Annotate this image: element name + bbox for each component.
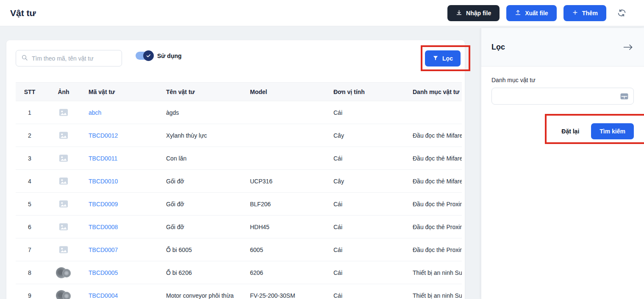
material-code-link[interactable]: TBCD0004 — [89, 292, 118, 299]
cell-name: Xylanh thủy lực — [161, 124, 245, 147]
cell-model: HDH45 — [245, 216, 328, 238]
table-row: 3 TBCD0011 Con lăn Cái Đầu đọc thẻ Mifar… — [16, 147, 462, 170]
cell-code: TBCD0005 — [83, 261, 161, 284]
table-row: 5 TBCD0009 Gối đỡ BLF206 Cái Đầu đọc thẻ… — [16, 193, 462, 216]
export-file-button[interactable]: Xuất file — [506, 5, 556, 21]
cell-model: UCP316 — [245, 170, 328, 192]
image-placeholder-icon — [59, 131, 68, 139]
table-row: 4 TBCD0010 Gối đỡ UCP316 Cây Đầu đọc thẻ… — [16, 170, 462, 193]
top-header: Vật tư Nhập file Xuất file Thêm — [0, 0, 644, 26]
cell-model — [245, 147, 328, 169]
table-row: 6 TBCD0008 Gối đỡ HDH45 Cái Đầu đọc thẻ … — [16, 216, 462, 238]
column-header: Danh mục vật tư — [408, 83, 462, 101]
cell-model — [245, 124, 328, 147]
cell-image — [44, 101, 83, 124]
download-icon — [456, 9, 462, 17]
table-grid-icon[interactable] — [620, 93, 628, 100]
import-file-button[interactable]: Nhập file — [447, 5, 500, 21]
reset-button[interactable]: Đặt lại — [554, 123, 587, 139]
table-row: 1 abch àgds Cái — [16, 101, 462, 124]
cell-image — [44, 124, 83, 147]
search-icon — [21, 54, 28, 63]
cell-code: TBCD0012 — [83, 124, 161, 147]
cell-code: TBCD0010 — [83, 170, 161, 192]
cell-category: Thiết bị an ninh Sup — [408, 261, 462, 284]
usage-toggle-label: Sử dụng — [157, 53, 182, 59]
cell-stt: 5 — [16, 193, 44, 215]
cell-name: Motor conveyor phôi thừa — [161, 284, 245, 299]
table-body: 1 abch àgds Cái 2 TBCD0012 Xylanh thủy l… — [16, 101, 462, 299]
material-code-link[interactable]: TBCD0010 — [89, 178, 118, 185]
refresh-icon[interactable] — [617, 8, 626, 17]
cell-stt: 4 — [16, 170, 44, 192]
cell-category: Thiết bị an ninh Sup — [408, 284, 462, 299]
column-header: Mã vật tư — [83, 83, 161, 101]
filter-drawer-body: Danh mục vật tư Đặt lại Tìm kiếm — [481, 66, 644, 150]
cell-code: TBCD0008 — [83, 216, 161, 238]
item-photo[interactable] — [56, 289, 71, 299]
search-submit-button[interactable]: Tìm kiếm — [591, 123, 634, 139]
material-code-link[interactable]: TBCD0008 — [89, 224, 118, 230]
cell-name: Gối đỡ — [161, 170, 245, 192]
material-code-link[interactable]: abch — [89, 109, 101, 116]
materials-panel: Sử dụng Lọc STTẢnhMã vật tưTên vật tưMod… — [6, 40, 465, 299]
column-header: Tên vật tư — [161, 83, 245, 101]
funnel-icon — [433, 55, 439, 62]
column-header: Đơn vị tính — [328, 83, 408, 101]
cell-image — [44, 238, 83, 261]
table-header: STTẢnhMã vật tưTên vật tưModelĐơn vị tín… — [16, 82, 462, 101]
reset-button-label: Đặt lại — [561, 128, 579, 135]
usage-toggle-group: Sử dụng — [136, 52, 182, 60]
filter-actions: Đặt lại Tìm kiếm — [491, 123, 634, 139]
cell-stt: 8 — [16, 261, 44, 284]
category-picker — [491, 88, 634, 105]
cell-unit: Cái — [328, 284, 408, 299]
table-row: 9 TBCD0004 Motor conveyor phôi thừa FV-2… — [16, 284, 462, 299]
image-placeholder-icon — [59, 177, 68, 185]
header-actions: Nhập file Xuất file Thêm — [447, 5, 644, 21]
add-label: Thêm — [582, 10, 598, 17]
cell-category: Đầu đọc thẻ Mifare — [408, 147, 462, 169]
cell-name: Ổ bi 6206 — [161, 261, 245, 284]
materials-table: STTẢnhMã vật tưTên vật tưModelĐơn vị tín… — [16, 82, 462, 299]
filter-button[interactable]: Lọc — [425, 50, 461, 66]
cell-image — [44, 147, 83, 169]
column-header: Model — [245, 83, 328, 101]
cell-stt: 9 — [16, 284, 44, 299]
material-code-link[interactable]: TBCD0005 — [89, 269, 118, 276]
image-placeholder-icon — [59, 200, 68, 208]
cell-category: Đầu đọc thẻ Proximi — [408, 238, 462, 261]
arrow-right-icon[interactable] — [623, 44, 633, 50]
cell-unit: Cái — [328, 147, 408, 169]
upload-icon — [515, 9, 521, 17]
filter-drawer-header: Lọc — [481, 28, 644, 66]
page-title: Vật tư — [10, 8, 36, 18]
material-code-link[interactable]: TBCD0012 — [89, 132, 118, 139]
cell-code: TBCD0007 — [83, 238, 161, 261]
item-photo[interactable] — [56, 266, 71, 280]
cell-unit: Cây — [328, 170, 408, 192]
cell-image — [44, 170, 83, 192]
cell-unit: Cái — [328, 216, 408, 238]
cell-stt: 7 — [16, 238, 44, 261]
category-input[interactable] — [497, 93, 620, 100]
usage-toggle[interactable] — [136, 52, 153, 60]
filter-drawer-title: Lọc — [491, 43, 505, 52]
add-button[interactable]: Thêm — [564, 5, 606, 21]
cell-model: FV-25-200-30SM — [245, 284, 328, 299]
column-header: STT — [16, 83, 44, 101]
material-code-link[interactable]: TBCD0011 — [89, 155, 117, 162]
cell-name: Gối đỡ — [161, 193, 245, 215]
cell-name: Con lăn — [161, 147, 245, 169]
material-code-link[interactable]: TBCD0007 — [89, 246, 118, 253]
search-input[interactable] — [32, 55, 117, 62]
plus-icon — [572, 9, 578, 17]
material-code-link[interactable]: TBCD0009 — [89, 201, 118, 208]
search-submit-label: Tìm kiếm — [600, 128, 625, 135]
cell-unit: Cái — [328, 101, 408, 124]
cell-name: Ổ bi 6005 — [161, 238, 245, 261]
image-placeholder-icon — [59, 108, 68, 116]
cell-category: Đầu đọc thẻ Proximi — [408, 216, 462, 238]
search-box — [16, 50, 122, 66]
cell-model: 6206 — [245, 261, 328, 284]
